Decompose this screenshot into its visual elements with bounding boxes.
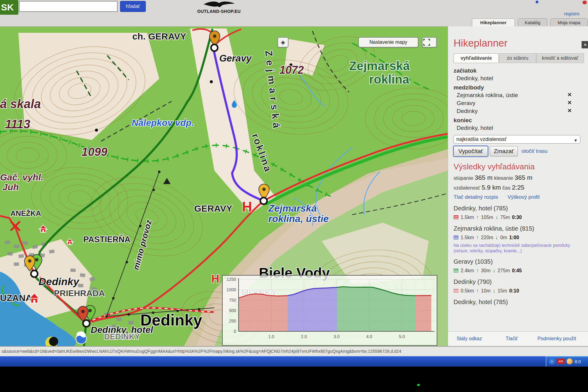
- header-logo-fragment-blue: [536, 1, 538, 3]
- fullscreen-button[interactable]: [422, 37, 437, 47]
- tab-hikeplanner[interactable]: Hikeplanner: [472, 18, 515, 27]
- map-label: 1099: [81, 145, 107, 158]
- building: [18, 254, 24, 258]
- building: [80, 273, 85, 277]
- descent-arrow-icon: ↓: [493, 288, 496, 294]
- search-button[interactable]: hľadať: [120, 1, 146, 12]
- shop-logo-text: OUTLAND-SHOP.EU: [197, 9, 241, 14]
- remove-waypoint-icon[interactable]: ✕: [567, 92, 572, 98]
- print-link[interactable]: Tlačiť: [506, 336, 518, 341]
- waypoint-group-label: koniec: [454, 116, 584, 124]
- svg-text:4.0: 4.0: [366, 334, 372, 339]
- svg-text:750: 750: [229, 298, 236, 303]
- ati-tray-icon[interactable]: ATI: [557, 359, 565, 364]
- shop-logo[interactable]: OUTLAND-SHOP.EU: [193, 1, 245, 14]
- chevron-down-icon: ▼: [574, 137, 578, 145]
- launcher-tray-icon[interactable]: [567, 358, 573, 364]
- svg-text:250: 250: [229, 318, 236, 323]
- tab-moja-mapa[interactable]: Moja mapa: [550, 18, 588, 27]
- map-label: Zejmarská: [268, 203, 317, 214]
- descent-arrow-icon: ↓: [496, 214, 498, 221]
- map-label: GERAVY: [194, 203, 232, 213]
- descent-arrow-icon: ↓: [493, 267, 496, 274]
- waypoint-item[interactable]: Zejmarská roklina, ústie✕: [454, 91, 584, 99]
- profile-segment: [337, 287, 415, 331]
- waypoint-circle[interactable]: [83, 320, 90, 327]
- building: [22, 241, 28, 245]
- remove-waypoint-icon[interactable]: ✕: [567, 108, 572, 114]
- map-canvas[interactable]: ch. GERAVYGeravy1072ZejmarskároklinaZejm…: [0, 26, 448, 346]
- taskbar[interactable]: ‹ ATI 8:0: [0, 356, 588, 367]
- waypoint-list: začiatokDedinky, hotelmedzibodyZejmarská…: [454, 67, 584, 132]
- map-label: 1072: [279, 64, 304, 76]
- building: [89, 277, 95, 281]
- svg-text:1.0: 1.0: [268, 334, 274, 339]
- waypoint-item[interactable]: Dedinky, hotel: [454, 124, 584, 132]
- map-label: DEDINKY: [104, 332, 140, 341]
- map-label: Dedinky: [39, 276, 80, 287]
- building: [70, 269, 76, 272]
- screen-artifact: [417, 384, 420, 386]
- map-label: Juh: [2, 182, 19, 192]
- site-logo[interactable]: SK: [0, 0, 18, 15]
- screen: SK hľadať OUTLAND-SHOP.EU registro Hikep…: [0, 0, 588, 367]
- svg-text:500: 500: [229, 308, 236, 313]
- locate-button[interactable]: ◈: [277, 37, 288, 47]
- route-mode-select[interactable]: najkratšia vzdialenosť ▼: [454, 135, 580, 144]
- tab-katalog[interactable]: Katalóg: [518, 18, 547, 27]
- print-detail-link[interactable]: Tlač detailný rozpis: [454, 194, 498, 200]
- terms-link[interactable]: Podmienky použit: [537, 336, 576, 341]
- hotel-h-icon: H: [211, 273, 219, 285]
- waypoint-group-label: začiatok: [454, 67, 584, 74]
- calculate-button[interactable]: Vypočítať: [454, 146, 488, 156]
- leg-color-icon: [454, 236, 458, 239]
- search-input[interactable]: [19, 1, 118, 12]
- panel-footer: Stály odkaz Tlačiť Podmienky použit: [448, 331, 588, 346]
- clear-button[interactable]: Zmazať: [490, 146, 518, 156]
- profile-segment: [239, 294, 288, 331]
- taskbar-clock: 8:0: [575, 359, 581, 364]
- waypoint-circle[interactable]: [31, 270, 38, 277]
- svg-text:3.0: 3.0: [334, 334, 340, 339]
- waypoint-circle[interactable]: [211, 44, 218, 51]
- map-label: UZANA: [0, 293, 32, 303]
- map-label: ANEŽKA: [10, 209, 41, 217]
- permalink-link[interactable]: Stály odkaz: [457, 336, 482, 341]
- waypoint-item[interactable]: Geravy✕: [454, 99, 584, 107]
- ascent-arrow-icon: ↑: [476, 288, 479, 294]
- map-label: Dedinky: [140, 311, 202, 329]
- itinerary-leg: 1.5km↑220m↓0m1:00: [454, 234, 584, 241]
- map-label: Zejmarská: [349, 59, 410, 73]
- leg-warning-note: Na úseku sa nachádzajú technické zabezpe…: [454, 243, 585, 254]
- leg-color-icon: [454, 215, 458, 219]
- itinerary-point: Dedinky, hotel (785): [454, 298, 584, 306]
- svg-text:2.0: 2.0: [301, 334, 307, 339]
- itinerary-leg: 0.5km↑10m↓15m0:10: [454, 288, 584, 294]
- remove-waypoint-icon[interactable]: ✕: [567, 100, 572, 106]
- building: [128, 321, 134, 325]
- building: [49, 250, 55, 254]
- browser-status-bar: s&source=web&cd=18&ved=0ahUKEwi8wvDWwcLN…: [0, 346, 588, 356]
- reverse-route-link[interactable]: otočiť trasu: [522, 148, 548, 154]
- tab-zo-suboru[interactable]: zo súboru: [499, 53, 536, 63]
- elevation-profile-link[interactable]: Výškový profil: [507, 194, 540, 200]
- hide-icons-icon[interactable]: ‹: [549, 358, 555, 364]
- tab-vyhladavanie[interactable]: vyhľadávanie: [454, 53, 499, 63]
- waypoint-circle[interactable]: [260, 198, 267, 204]
- itinerary-point: Dedinky, hotel (785): [454, 204, 584, 212]
- register-link[interactable]: registro: [564, 11, 579, 16]
- map-settings-button[interactable]: Nastavenie mapy: [358, 37, 418, 47]
- header-logo-fragment-red: [582, 1, 587, 4]
- building: [5, 240, 10, 244]
- svg-text:0: 0: [234, 329, 236, 334]
- tab-kreslit[interactable]: kresliť a editovať: [536, 53, 584, 63]
- ascent-arrow-icon: ↑: [476, 267, 479, 274]
- map-label: PASTIERŇA: [83, 235, 130, 244]
- distance-time-stats: vzdialenosť 5.9 km čas 2:25: [454, 184, 584, 191]
- itinerary-point: Dedinky (790): [454, 278, 584, 286]
- waypoint-item[interactable]: Dedinky, hotel: [454, 74, 584, 82]
- hikeplanner-panel: » Hikeplanner vyhľadávanie zo súboru kre…: [448, 26, 588, 346]
- svg-text:5.0: 5.0: [399, 334, 405, 339]
- ascent-arrow-icon: ↑: [476, 214, 479, 221]
- waypoint-item[interactable]: Dedinky✕: [454, 107, 584, 115]
